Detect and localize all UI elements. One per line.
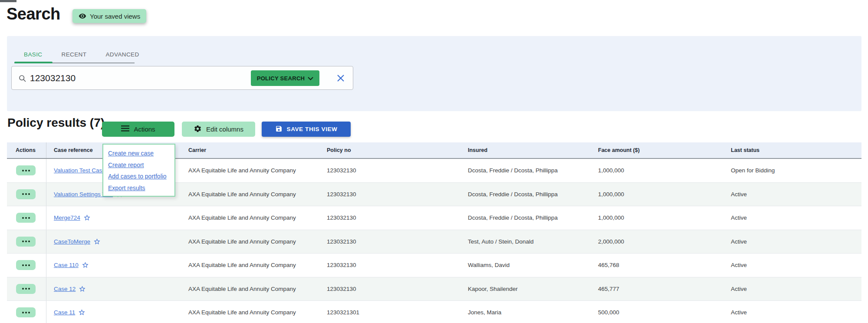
column-header-carrier: Carrier [181, 147, 319, 153]
policy-no-cell: 123032130 [319, 286, 460, 292]
policy-no-cell: 123032130 [319, 167, 460, 174]
actions-dropdown-menu: Create new caseCreate reportAdd cases to… [102, 144, 175, 197]
column-header-actions: Actions [7, 142, 46, 158]
column-header-last-status: Last status [723, 147, 861, 153]
carrier-cell: AXA Equitable Life and Annuity Company [181, 309, 319, 316]
last-status-cell: Active [723, 238, 861, 245]
page-title: Search [7, 5, 60, 23]
policy-search-button[interactable]: POLICY SEARCH [251, 70, 319, 86]
row-actions-cell [7, 277, 46, 301]
column-header-face-amount: Face amount ($) [591, 147, 723, 153]
case-reference-link[interactable]: CaseToMerge [54, 238, 90, 245]
screen-artifact [0, 0, 16, 2]
favorite-star-icon[interactable] [83, 214, 91, 221]
row-actions-menu-button[interactable] [16, 307, 36, 317]
row-actions-cell [7, 183, 46, 206]
row-actions-menu-button[interactable] [16, 260, 36, 270]
insured-cell: Test, Auto / Stein, Donald [460, 238, 591, 245]
last-status-cell: Active [723, 214, 861, 221]
carrier-cell: AXA Equitable Life and Annuity Company [181, 191, 319, 198]
active-tab-indicator [14, 62, 53, 63]
face-amount-cell: 500,000 [591, 309, 723, 316]
actions-button-label: Actions [134, 125, 155, 133]
case-reference-cell: Merge724 [46, 214, 181, 221]
table-row: Case 12AXA Equitable Life and Annuity Co… [7, 277, 861, 301]
insured-cell: Dcosta, Freddie / Dcosta, Phillippa [460, 214, 591, 221]
favorite-star-icon[interactable] [93, 238, 101, 245]
hamburger-icon [121, 125, 129, 133]
favorite-star-icon[interactable] [82, 261, 89, 269]
last-status-cell: Active [723, 262, 861, 268]
row-actions-menu-button[interactable] [16, 284, 36, 294]
last-status-cell: Active [723, 286, 861, 292]
row-actions-cell [7, 254, 46, 277]
eye-icon [79, 13, 86, 19]
save-this-view-button[interactable]: SAVE THIS VIEW [262, 122, 351, 137]
row-actions-menu-button[interactable] [16, 213, 36, 223]
tab-basic[interactable]: BASIC [14, 47, 52, 62]
close-icon [336, 77, 345, 84]
case-reference-link[interactable]: Case 110 [54, 262, 79, 268]
save-icon [275, 125, 283, 134]
tab-advanced[interactable]: ADVANCED [96, 47, 148, 62]
row-actions-cell [7, 159, 46, 182]
case-reference-cell: CaseToMerge [46, 238, 181, 245]
edit-columns-label: Edit columns [206, 125, 243, 133]
insured-cell: Walliams, David [460, 262, 591, 268]
last-status-cell: Active [723, 309, 861, 316]
policy-no-cell: 123032130 [319, 214, 460, 221]
row-actions-cell [7, 206, 46, 230]
row-actions-cell [7, 301, 46, 323]
face-amount-cell: 1,000,000 [591, 167, 723, 174]
search-panel: BASIC RECENT ADVANCED POLICY SEARCH [7, 36, 861, 111]
saved-views-button[interactable]: Your saved views [72, 9, 146, 23]
case-reference-link[interactable]: Case 11 [54, 309, 75, 316]
insured-cell: Jones, Maria [460, 309, 591, 316]
saved-views-label: Your saved views [90, 13, 140, 20]
case-reference-cell: Case 11 [46, 309, 181, 316]
edit-columns-button[interactable]: Edit columns [182, 122, 255, 137]
case-reference-cell: Case 12 [46, 285, 181, 293]
carrier-cell: AXA Equitable Life and Annuity Company [181, 238, 319, 245]
row-actions-menu-button[interactable] [16, 189, 36, 199]
menu-item-add-cases-to-portfolio[interactable]: Add cases to portfolio [108, 171, 174, 182]
actions-button[interactable]: Actions [102, 122, 174, 137]
row-actions-menu-button[interactable] [16, 237, 36, 247]
case-reference-cell: Case 110 [46, 261, 181, 269]
last-status-cell: Active [723, 191, 861, 198]
menu-item-create-report[interactable]: Create report [108, 159, 174, 171]
case-reference-link[interactable]: Valuation Test Case [54, 167, 105, 174]
gear-icon [194, 125, 202, 134]
case-reference-link[interactable]: Case 12 [54, 286, 76, 292]
case-reference-link[interactable]: Merge724 [54, 214, 80, 221]
search-input[interactable] [30, 70, 247, 86]
face-amount-cell: 1,000,000 [591, 191, 723, 198]
table-row: Case 11AXA Equitable Life and Annuity Co… [7, 301, 861, 323]
favorite-star-icon[interactable] [78, 309, 85, 316]
carrier-cell: AXA Equitable Life and Annuity Company [181, 167, 319, 174]
results-heading: Policy results (7) [7, 116, 105, 130]
menu-item-create-new-case[interactable]: Create new case [108, 148, 174, 159]
tab-recent[interactable]: RECENT [52, 47, 96, 62]
face-amount-cell: 465,777 [591, 286, 723, 292]
insured-cell: Kapoor, Shailender [460, 286, 591, 292]
column-header-policy-no: Policy no [319, 147, 460, 153]
clear-search-button[interactable] [335, 72, 347, 84]
table-row: CaseToMergeAXA Equitable Life and Annuit… [7, 230, 861, 254]
table-row: Merge724AXA Equitable Life and Annuity C… [7, 206, 861, 230]
policy-search-page: { "header": { "title": "Search", "saved_… [0, 0, 868, 323]
search-icon [19, 75, 26, 84]
menu-item-export-results[interactable]: Export results [108, 182, 174, 194]
policy-no-cell: 123032130 [319, 238, 460, 245]
policy-no-cell: 123032130 [319, 191, 460, 198]
table-row: Case 110AXA Equitable Life and Annuity C… [7, 254, 861, 277]
policy-no-cell: 123032130 [319, 262, 460, 268]
insured-cell: Dcosta, Freddie / Dcosta, Phillippa [460, 167, 591, 174]
row-actions-cell [7, 230, 46, 254]
column-header-insured: Insured [460, 147, 591, 153]
policy-no-cell: 1230321301 [319, 309, 460, 316]
row-actions-menu-button[interactable] [16, 165, 36, 175]
favorite-star-icon[interactable] [79, 285, 86, 293]
last-status-cell: Open for Bidding [723, 167, 861, 174]
carrier-cell: AXA Equitable Life and Annuity Company [181, 286, 319, 292]
